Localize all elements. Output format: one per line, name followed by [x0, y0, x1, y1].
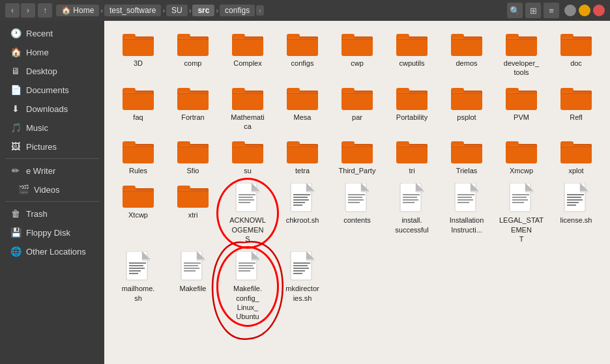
- folder-item[interactable]: xtri: [167, 180, 219, 246]
- folder-item[interactable]: Rules: [112, 136, 164, 178]
- svg-rect-95: [398, 145, 426, 147]
- file-item[interactable]: install. successful: [386, 180, 438, 246]
- sidebar-label-pictures: Pictures: [26, 142, 57, 152]
- folder-item[interactable]: Portability: [386, 83, 438, 134]
- sidebar-item-recent[interactable]: 🕐 Recent: [3, 24, 102, 42]
- svg-rect-39: [124, 92, 152, 93]
- file-item[interactable]: LEGAL_STATEMEN T: [495, 180, 547, 246]
- file-item[interactable]: license.sh: [550, 180, 602, 246]
- sidebar-item-documents[interactable]: 📄 Documents: [3, 81, 102, 99]
- file-item[interactable]: contents: [331, 180, 383, 246]
- file-item[interactable]: chkroot.sh: [276, 180, 328, 246]
- content-area: 3D comp Complex configs cwp cwputils dem…: [104, 21, 610, 364]
- folder-item[interactable]: xplot: [550, 136, 602, 178]
- folder-icon: [506, 31, 537, 57]
- menu-button[interactable]: ≡: [544, 3, 559, 18]
- folder-item[interactable]: tri: [386, 136, 438, 178]
- folder-item[interactable]: cwputils: [386, 29, 438, 80]
- file-item[interactable]: Makefile. config_ Linux_ Ubuntu: [222, 249, 274, 324]
- breadcrumb-su[interactable]: SU: [166, 5, 188, 16]
- folder-icon: [341, 139, 373, 165]
- file-item[interactable]: mailhome. sh: [112, 249, 164, 324]
- folder-item[interactable]: Mesa: [276, 83, 328, 134]
- svg-rect-115: [179, 189, 207, 191]
- minimize-button[interactable]: [564, 5, 576, 16]
- sidebar-label-music: Music: [26, 123, 48, 133]
- folder-item[interactable]: Xmcwp: [495, 136, 547, 178]
- sidebar-item-videos[interactable]: 🎬 Videos: [3, 180, 102, 199]
- svg-rect-87: [288, 145, 317, 147]
- breadcrumb-test-software[interactable]: test_software: [104, 5, 161, 16]
- svg-rect-83: [233, 145, 262, 147]
- documents-icon: 📄: [10, 85, 21, 95]
- folder-name: 3D: [134, 59, 143, 68]
- folder-name: Mesa: [294, 113, 312, 122]
- sidebar-item-music[interactable]: 🎵 Music: [3, 119, 102, 137]
- folder-item[interactable]: doc: [550, 29, 602, 80]
- folder-name: cwputils: [399, 59, 424, 68]
- folder-icon: [506, 85, 537, 111]
- folder-name: Xtcwp: [128, 210, 148, 219]
- folder-item[interactable]: 3D: [112, 29, 164, 80]
- toolbar-actions: 🔍 ⊞ ≡: [507, 3, 559, 18]
- breadcrumb-configs[interactable]: configs: [220, 5, 255, 16]
- videos-icon: 🎬: [18, 184, 29, 195]
- sidebar-item-floppy[interactable]: 💾 Floppy Disk: [3, 223, 102, 242]
- maximize-button[interactable]: [579, 5, 590, 16]
- back-button[interactable]: ‹: [5, 3, 20, 18]
- file-doc-icon: [563, 183, 589, 214]
- sidebar-label-documents: Documents: [26, 85, 69, 95]
- file-item[interactable]: mkdirector ies.sh: [276, 249, 328, 324]
- folder-item[interactable]: comp: [167, 29, 219, 80]
- view-button[interactable]: ⊞: [525, 3, 541, 18]
- folder-item[interactable]: Xtcwp: [112, 180, 164, 246]
- file-item[interactable]: Installation Instructi...: [441, 180, 493, 246]
- nav-buttons: ‹ ›: [5, 3, 35, 18]
- search-button[interactable]: 🔍: [507, 3, 523, 18]
- folder-item[interactable]: par: [331, 83, 383, 134]
- file-name: install. successful: [395, 216, 428, 234]
- sidebar-item-desktop[interactable]: 🖥 Desktop: [3, 62, 102, 80]
- folder-item[interactable]: Mathemati ca: [222, 83, 274, 134]
- folder-item[interactable]: Complex: [222, 29, 274, 80]
- close-button[interactable]: [593, 5, 605, 16]
- file-name: Installation Instructi...: [450, 216, 484, 234]
- folder-item[interactable]: faq: [112, 83, 164, 134]
- sidebar-item-downloads[interactable]: ⬇ Downloads: [3, 100, 102, 118]
- folder-name: par: [352, 113, 362, 122]
- folder-item[interactable]: psplot: [441, 83, 493, 134]
- file-item[interactable]: ACKNOWL OGEMEN S: [222, 180, 274, 246]
- breadcrumb-src[interactable]: src: [192, 5, 214, 16]
- svg-rect-43: [179, 92, 207, 93]
- svg-rect-55: [343, 92, 371, 93]
- folder-item[interactable]: developer_ tools: [495, 29, 547, 80]
- folder-item[interactable]: PVM: [495, 83, 547, 134]
- folder-icon: [560, 31, 592, 57]
- folder-item[interactable]: cwp: [331, 29, 383, 80]
- folder-item[interactable]: configs: [276, 29, 328, 80]
- folder-name: Refl: [570, 113, 583, 122]
- folder-item[interactable]: Sfio: [167, 136, 219, 178]
- folder-item[interactable]: tetra: [276, 136, 328, 178]
- breadcrumb-more[interactable]: ›: [256, 5, 264, 16]
- up-button[interactable]: ↑: [38, 3, 52, 18]
- sidebar-item-home[interactable]: 🏠 Home: [3, 43, 102, 61]
- folder-item[interactable]: demos: [441, 29, 493, 80]
- file-item[interactable]: Makefile: [167, 249, 219, 324]
- floppy-icon: 💾: [10, 227, 21, 238]
- file-doc-icon: [125, 251, 151, 283]
- forward-button[interactable]: ›: [21, 3, 35, 18]
- sidebar-item-other[interactable]: 🌐 Other Locations: [3, 242, 102, 260]
- folder-item[interactable]: Fortran: [167, 83, 219, 134]
- folder-icon: [123, 183, 154, 209]
- folder-item[interactable]: Refl: [550, 83, 602, 134]
- sidebar-item-writer[interactable]: ✏ e Writer: [3, 161, 102, 180]
- folder-item[interactable]: Third_Party: [331, 136, 383, 178]
- breadcrumb-home[interactable]: 🏠 Home: [56, 5, 99, 16]
- breadcrumb: ↑ 🏠 Home › test_software › SU › src › co…: [38, 3, 504, 18]
- folder-item[interactable]: su: [222, 136, 274, 178]
- sidebar-label-writer: e Writer: [26, 166, 55, 176]
- sidebar-item-pictures[interactable]: 🖼 Pictures: [3, 137, 102, 156]
- folder-item[interactable]: Trielas: [441, 136, 493, 178]
- sidebar-item-trash[interactable]: 🗑 Trash: [3, 204, 102, 223]
